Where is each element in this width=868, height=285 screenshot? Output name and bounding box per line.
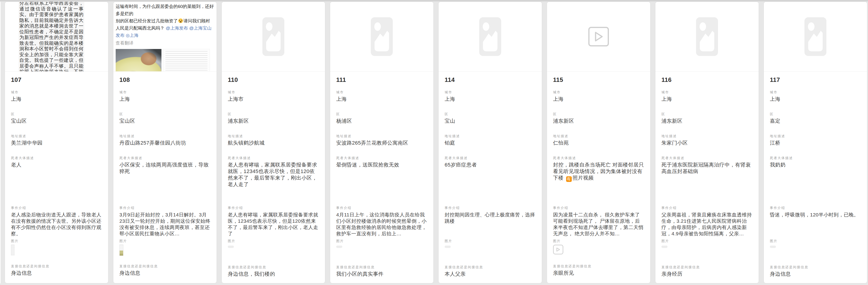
- field-value-event: 3月9日起开始封控，3月14日解封。3月23日又一轮封控开始，期间这位保安始终没…: [119, 212, 211, 237]
- field-city: 城市上海: [553, 90, 644, 102]
- field-label-direct: 直接信息还是间接信息: [119, 264, 211, 269]
- post-text: 运输有时间，为什么跟居委会的60的菜能到，还好多是烂的别的区都已经分发过几批物资…: [116, 3, 214, 39]
- field-label-victim: 死者大体描述: [119, 155, 211, 160]
- attachment-pill[interactable]: [661, 246, 668, 248]
- record-card[interactable]: 110 城市上海市区浦东新区地址描述航头镇鹤沙航城死者大体描述老人患有哮喘，家属…: [221, 2, 325, 283]
- field-address: 地址描述铂庭: [445, 134, 536, 146]
- card-cover[interactable]: 分左右联系上中华西居委会，通过微信语音确认了这一事实。由于需要保护患者家属的隐私…: [5, 2, 108, 72]
- field-label-city: 城市: [661, 90, 752, 95]
- field-address: 地址描述安波路265弄兰花教师公寓南区: [336, 134, 427, 146]
- record-card[interactable]: 运输有时间，为什么跟居委会的60的菜能到，还好多是烂的别的区都已经分发过几批物资…: [113, 2, 217, 283]
- field-image: 图片: [11, 239, 102, 255]
- field-city: 城市上海: [770, 90, 861, 102]
- attachment-pill[interactable]: [770, 246, 776, 248]
- image-placeholder-icon: [696, 17, 718, 56]
- field-value-address: 美兰湖中华园: [11, 140, 102, 146]
- field-value-address: 安波路265弄兰花教师公寓南区: [336, 140, 427, 146]
- field-label-victim: 死者大体描述: [661, 155, 752, 160]
- attachment-pill[interactable]: [445, 246, 451, 248]
- record-number: 108: [119, 76, 211, 84]
- field-value-city: 上海: [661, 96, 752, 102]
- image-placeholder-icon: [479, 17, 501, 56]
- record-card[interactable]: 114 城市上海区宝山地址描述铂庭死者大体描述65岁癌症患者事件介绍封控期间因生…: [438, 2, 542, 283]
- card-cover[interactable]: 运输有时间，为什么跟居委会的60的菜能到，还好多是烂的别的区都已经分发过几批物资…: [113, 2, 217, 72]
- field-label-image: 图片: [445, 239, 536, 243]
- translate-link[interactable]: 查看翻译: [116, 40, 214, 46]
- mention-link[interactable]: ◎上海: [126, 33, 138, 38]
- card-cover[interactable]: [764, 2, 867, 72]
- field-label-address: 地址描述: [661, 134, 752, 138]
- field-label-image: 图片: [770, 239, 861, 243]
- text-screenshot-photo[interactable]: [163, 49, 210, 72]
- field-label-event: 事件介绍: [11, 206, 102, 210]
- card-cover[interactable]: [439, 2, 542, 72]
- card-cover[interactable]: [222, 2, 325, 72]
- field-label-event: 事件介绍: [228, 206, 319, 210]
- attachment-pill[interactable]: [336, 246, 342, 248]
- field-label-address: 地址描述: [770, 134, 861, 138]
- field-direct: 直接信息还是间接信息身边信息: [11, 264, 102, 276]
- field-label-district: 区: [228, 112, 319, 116]
- card-body: 114 城市上海区宝山地址描述铂庭死者大体描述65岁癌症患者事件介绍封控期间因生…: [439, 76, 542, 277]
- field-value-district: 浦东新区: [661, 118, 752, 124]
- field-value-event: 老人患有哮喘，家属联系居委报备要求就医，12345也表示尽快，但是120依然来不…: [228, 212, 319, 237]
- field-value-event: 封控期间因生理、心理上极度痛苦，选择跳楼: [445, 212, 536, 237]
- field-label-victim: 死者大体描述: [770, 155, 861, 160]
- field-label-city: 城市: [445, 90, 536, 95]
- field-city: 城市上海: [661, 90, 752, 102]
- field-label-victim: 死者大体描述: [553, 155, 644, 160]
- field-value-city: 上海市: [228, 96, 319, 102]
- field-direct: 直接信息还是间接信息亲眼所见: [553, 264, 644, 276]
- field-event: 事件介绍父亲周嘉祖，肾衰且瘫痪在床靠血透维持生命，3.21住进第七人民医院肾病科…: [661, 206, 752, 237]
- cabbage-photo[interactable]: [116, 49, 161, 72]
- field-address: 地址描述朱家门小区: [661, 134, 752, 146]
- field-image: 图片: [445, 239, 536, 256]
- field-event: 事件介绍老人感染后物业街道无人跟进，导致老人在没有救援的情况下去世。另外该小区还…: [11, 206, 102, 237]
- record-card[interactable]: 116 城市上海区浦东新区地址描述朱家门小区死者大体描述死于浦东医院新冠隔离治疗…: [655, 2, 759, 283]
- field-value-district: 浦东新区: [228, 118, 319, 124]
- field-value-victim: 封控，跳楼自杀当场死亡 对面楼邻居只看见听见现场情况，因为集体被封没有下楼 有照…: [553, 162, 644, 197]
- image-placeholder-icon: [804, 17, 827, 56]
- field-label-event: 事件介绍: [770, 206, 861, 210]
- record-card[interactable]: 分左右联系上中华西居委会，通过微信语音确认了这一事实。由于需要保护患者家属的隐私…: [5, 2, 108, 283]
- field-label-image: 图片: [228, 239, 319, 243]
- attachment-thumbnail[interactable]: [119, 245, 123, 256]
- field-image: 图片: [228, 239, 319, 256]
- attachment-thumbnail[interactable]: [11, 245, 14, 255]
- card-cover[interactable]: [330, 2, 433, 72]
- field-victim: 死者大体描述我奶奶: [770, 155, 861, 197]
- field-district: 区宝山: [445, 112, 536, 124]
- field-value-direct: 身边信息，我们楼的: [228, 271, 319, 277]
- field-victim: 死者大体描述65岁癌症患者: [445, 155, 536, 197]
- field-city: 城市上海市: [228, 90, 319, 102]
- field-district: 区宝山区: [11, 112, 102, 124]
- post-text-screenshot[interactable]: 分左右联系上中华西居委会，通过微信语音确认了这一事实。由于需要保护患者家属的隐私…: [19, 2, 84, 71]
- record-card[interactable]: 115 城市上海区浦东新区地址描述仁怡苑死者大体描述封控，跳楼自杀当场死亡 对面…: [547, 2, 650, 283]
- field-value-city: 上海: [553, 96, 644, 102]
- field-label-address: 地址描述: [119, 134, 211, 138]
- field-label-address: 地址描述: [228, 134, 319, 138]
- mention-link[interactable]: @上海发布: [166, 26, 188, 31]
- record-number: 115: [553, 76, 644, 84]
- attachment-pill[interactable]: [228, 246, 234, 248]
- field-value-event: 昏迷，呼吸微弱，120半小时到，已晚。: [770, 212, 861, 237]
- record-number: 107: [11, 76, 102, 84]
- field-label-district: 区: [336, 112, 427, 116]
- card-cover[interactable]: [655, 2, 758, 72]
- field-label-victim: 死者大体描述: [336, 155, 427, 160]
- weibo-post[interactable]: 运输有时间，为什么跟居委会的60的菜能到，还好多是烂的别的区都已经分发过几批物资…: [113, 2, 217, 71]
- record-card[interactable]: 111 城市上海区杨浦区地址描述安波路265弄兰花教师公寓南区死者大体描述晕倒昏…: [330, 2, 434, 283]
- attachment-cell: [336, 246, 427, 256]
- field-label-district: 区: [11, 112, 102, 116]
- field-value-address: 仁怡苑: [553, 140, 644, 146]
- field-value-event: 父亲周嘉祖，肾衰且瘫痪在床靠血透维持生命，3.21住进第七人民医院肾病科治疗，由…: [661, 212, 752, 237]
- screenshot-text: 分左右联系上中华西居委会，通过微信语音确认了这一事实。由于需要保护患者家属的隐私…: [19, 2, 84, 71]
- field-label-address: 地址描述: [445, 134, 536, 138]
- record-card[interactable]: 117 城市上海区嘉定地址描述江桥死者大体描述我奶奶事件介绍昏迷，呼吸微弱，12…: [764, 2, 867, 283]
- card-body: 111 城市上海区杨浦区地址描述安波路265弄兰花教师公寓南区死者大体描述晕倒昏…: [330, 76, 433, 277]
- card-cover[interactable]: [547, 2, 650, 72]
- record-number: 114: [445, 76, 536, 84]
- field-direct: 直接信息还是间接信息我们小区的真实事件: [336, 265, 427, 277]
- field-label-city: 城市: [11, 90, 102, 95]
- attachment-video-thumb[interactable]: [553, 245, 563, 254]
